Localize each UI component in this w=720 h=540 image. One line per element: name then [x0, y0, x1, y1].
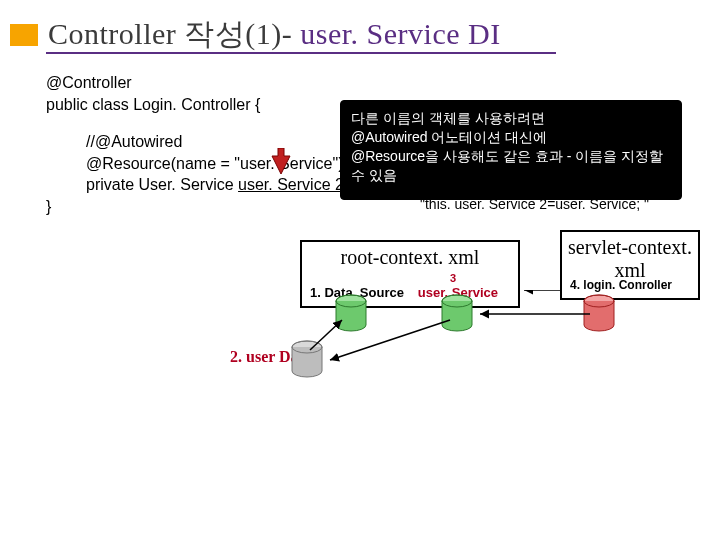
tooltip-line-2: @Autowired 어노테이션 대신에: [351, 128, 671, 147]
code-var-underline: user. Service 2;: [238, 176, 348, 193]
root-num-3: 3: [450, 272, 456, 284]
svg-line-9: [330, 320, 450, 360]
servlet-context-title: servlet-context. xml: [562, 236, 698, 282]
tooltip-line-1: 다른 이름의 객체를 사용하려면: [351, 109, 671, 128]
tooltip-quote: "this. user. Service 2=user. Service; ": [420, 196, 649, 212]
code-line-1: @Controller: [46, 72, 466, 94]
accent-bar: [10, 24, 38, 46]
callout-arrow-icon: [270, 148, 292, 174]
root-context-title: root-context. xml: [302, 246, 518, 269]
title-main: Controller 작성(1)-: [48, 17, 300, 50]
diagram-arrows: [300, 290, 620, 380]
slide-title: Controller 작성(1)- user. Service DI: [48, 14, 501, 55]
title-sub: user. Service DI: [300, 17, 500, 50]
tooltip-box: 다른 이름의 객체를 사용하려면 @Autowired 어노테이션 대신에 @R…: [340, 100, 682, 200]
svg-line-8: [310, 320, 342, 350]
tooltip-line-3: @Resource을 사용해도 같은 효과 - 이름을 지정할 수 있음: [351, 147, 671, 185]
title-underline: [46, 52, 556, 54]
